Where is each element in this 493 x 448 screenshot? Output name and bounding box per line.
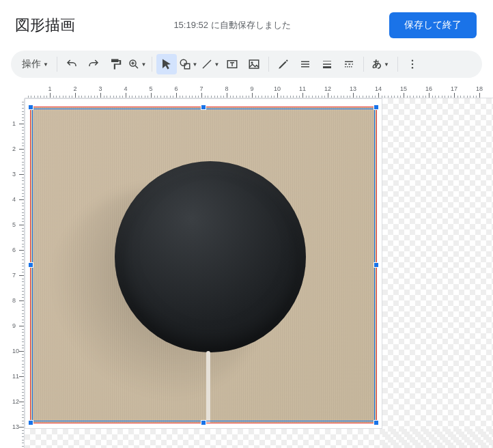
border-dash-button[interactable] [339,54,359,74]
svg-point-8 [412,67,413,68]
separator [397,57,398,72]
vertical-ruler: 1234567891011121314 [11,98,25,448]
image-tool[interactable] [244,54,264,74]
svg-rect-4 [249,60,259,68]
separator [152,57,152,72]
svg-point-1 [181,59,187,66]
redo-button[interactable] [83,54,104,74]
line-tool[interactable]: ▼ [200,54,221,74]
actions-menu[interactable]: 操作▼ [18,54,53,74]
ruler-tick-label: 5 [149,85,152,92]
undo-button[interactable] [61,54,82,74]
redo-icon [87,58,100,70]
format-menu[interactable]: あ▼ [368,54,393,74]
undo-icon [66,58,78,70]
ruler-tick-label: 8 [225,85,228,92]
dialog-header: 図形描画 15:19:52 に自動保存しました 保存して終了 [0,0,493,51]
ruler-tick-label: 14 [375,85,382,92]
pen-icon [277,58,290,70]
textbox-tool[interactable] [222,54,242,74]
ruler-tick-label: 3 [98,85,102,92]
ruler-tick-label: 6 [174,85,178,92]
save-and-close-button[interactable]: 保存して終了 [389,12,477,38]
ruler-tick-label: 8 [12,297,16,304]
pen-button[interactable] [273,54,294,74]
inserted-image[interactable] [30,107,377,423]
ruler-tick-label: 12 [324,85,331,92]
page-area[interactable] [25,98,382,429]
ruler-tick-label: 13 [350,85,356,92]
ruler-tick-label: 7 [12,272,16,279]
toolbar: 操作▼ ▼ ▼ ▼ [11,51,482,78]
ruler-tick-label: 1 [48,85,51,92]
line-icon [201,58,213,70]
workspace: 123456789101112131415161718 123456789101… [0,85,493,448]
ruler-tick-label: 10 [274,85,281,92]
ruler-tick-label: 4 [124,85,127,92]
shape-tool[interactable]: ▼ [178,54,199,74]
paint-format-icon [109,58,122,70]
zoom-icon [128,58,140,70]
paint-format-button[interactable] [105,54,126,74]
ruler-tick-label: 15 [400,85,407,92]
canvas[interactable] [25,98,493,448]
ruler-tick-label: 5 [12,221,16,228]
ruler-tick-label: 17 [451,85,457,92]
border-weight-button[interactable] [317,54,337,74]
device-cable [206,351,210,423]
chevron-down-icon: ▼ [192,61,197,68]
border-color-button[interactable] [295,54,315,74]
autosave-status: 15:19:52 に自動保存しました [173,19,290,31]
actions-label: 操作 [22,58,41,70]
shape-icon [179,58,191,70]
chevron-down-icon: ▼ [384,61,389,68]
chevron-down-icon: ▼ [214,61,219,68]
chevron-down-icon: ▼ [141,61,146,68]
more-button[interactable] [402,54,423,74]
ruler-tick-label: 16 [425,85,432,92]
ruler-tick-label: 18 [476,85,483,92]
ruler-tick-label: 6 [12,247,16,253]
ruler-tick-label: 9 [250,85,253,92]
separator [57,57,57,72]
ruler-tick-label: 9 [12,322,16,329]
horizontal-ruler: 123456789101112131415161718 [25,85,493,98]
out-of-page-area [382,98,493,448]
image-icon [248,58,260,70]
ruler-tick-label: 2 [73,85,76,92]
select-tool[interactable] [156,54,177,74]
ruler-tick-label: 11 [299,85,306,92]
ruler-tick-label: 1 [12,120,16,127]
svg-point-7 [412,64,413,65]
ruler-tick-label: 11 [12,373,19,380]
chevron-down-icon: ▼ [43,61,48,68]
border-weight-icon [321,58,333,70]
border-dash-icon [343,58,355,70]
textbox-icon [226,58,238,70]
zoom-button[interactable]: ▼ [127,54,147,74]
dialog-title: 図形描画 [15,15,75,36]
out-of-page-area [25,429,493,448]
ruler-tick-label: 4 [12,196,16,203]
select-icon [160,58,173,70]
more-icon [406,58,419,70]
format-label: あ [372,58,382,70]
border-color-icon [299,58,311,70]
ruler-tick-label: 2 [12,145,16,152]
ruler-tick-label: 10 [12,348,19,354]
svg-point-6 [412,60,413,61]
separator [268,57,269,72]
ruler-tick-label: 13 [12,423,19,430]
ruler-tick-label: 7 [199,85,203,92]
smart-speaker [115,161,306,352]
separator [363,57,364,72]
svg-rect-2 [185,64,191,69]
svg-point-5 [251,61,253,64]
ruler-tick-label: 3 [12,171,16,178]
ruler-tick-label: 12 [12,398,19,405]
